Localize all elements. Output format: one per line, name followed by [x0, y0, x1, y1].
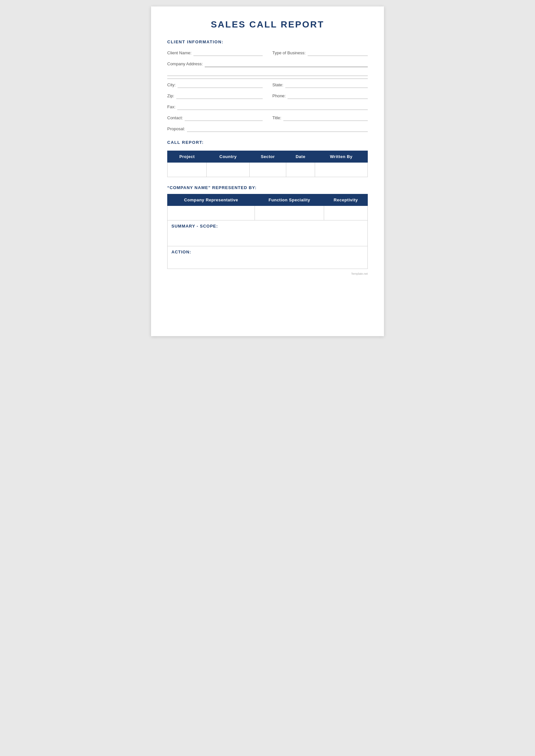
title-label: Title: [272, 115, 281, 121]
phone-label: Phone: [272, 94, 286, 99]
proposal-field: Proposal: [167, 126, 368, 132]
city-state-row: City: State: [167, 82, 368, 88]
call-table-cell-sector[interactable] [249, 163, 286, 177]
title-input[interactable] [283, 115, 368, 121]
fax-row: Fax: [167, 104, 368, 110]
proposal-label: Proposal: [167, 126, 185, 132]
proposal-input[interactable] [187, 126, 368, 132]
rep-table-header-company-rep: Company Representative [168, 194, 255, 206]
company-address-line1 [205, 61, 368, 67]
fax-input[interactable] [177, 104, 368, 110]
type-of-business-label: Type of Business: [272, 50, 306, 56]
client-name-label: Client Name: [167, 50, 191, 56]
zip-input[interactable] [176, 93, 263, 99]
call-table-cell-project[interactable] [168, 163, 207, 177]
call-table-header-project: Project [168, 151, 207, 163]
summary-scope-label: SUMMARY - SCOPE: [171, 224, 364, 229]
contact-input[interactable] [185, 115, 263, 121]
call-table-header-date: Date [286, 151, 315, 163]
call-table-cell-written-by[interactable] [315, 163, 367, 177]
call-table-header-written-by: Written By [315, 151, 367, 163]
rep-table-header-function-speciality: Function Speciality [255, 194, 324, 206]
contact-field: Contact: [167, 115, 263, 121]
address-divider [167, 79, 368, 79]
rep-table-header-row: Company Representative Function Speciali… [168, 194, 368, 206]
company-address-label: Company Address: [167, 62, 203, 67]
call-table-row [168, 163, 368, 177]
phone-input[interactable] [288, 93, 368, 99]
client-name-row: Client Name: Type of Business: [167, 50, 368, 56]
zip-label: Zip: [167, 94, 174, 99]
action-label: ACTION: [171, 250, 364, 255]
title-field: Title: [272, 115, 368, 121]
company-address-input1[interactable] [205, 62, 368, 67]
client-information-heading: CLIENT INFORMATION: [167, 40, 368, 44]
call-table-header-sector: Sector [249, 151, 286, 163]
rep-table-cell-function-speciality[interactable] [255, 206, 324, 220]
phone-field: Phone: [272, 93, 368, 99]
state-input[interactable] [285, 82, 368, 88]
page: SALES CALL REPORT CLIENT INFORMATION: Cl… [151, 7, 384, 336]
zip-phone-row: Zip: Phone: [167, 93, 368, 99]
call-report-section: CALL REPORT: Project Country Sector Date… [167, 140, 368, 177]
action-section: ACTION: [167, 246, 368, 269]
fax-label: Fax: [167, 104, 175, 110]
client-information-section: CLIENT INFORMATION: Client Name: Type of… [167, 40, 368, 132]
call-report-heading: CALL REPORT: [167, 140, 368, 145]
fax-field: Fax: [167, 104, 368, 110]
call-table-header-row: Project Country Sector Date Written By [168, 151, 368, 163]
contact-title-row: Contact: Title: [167, 115, 368, 121]
city-input[interactable] [178, 82, 263, 88]
rep-table-header-receptivity: Receptivity [324, 194, 368, 206]
summary-scope-section: SUMMARY - SCOPE: [167, 220, 368, 246]
type-of-business-field: Type of Business: [272, 50, 368, 56]
proposal-row: Proposal: [167, 126, 368, 132]
company-address-line2 [167, 70, 368, 76]
client-name-input[interactable] [193, 50, 263, 56]
call-table-cell-date[interactable] [286, 163, 315, 177]
state-field: State: [272, 82, 368, 88]
call-table-cell-country[interactable] [207, 163, 249, 177]
rep-table-cell-receptivity[interactable] [324, 206, 368, 220]
watermark: Template.net [167, 272, 368, 275]
city-label: City: [167, 82, 176, 88]
rep-table: Company Representative Function Speciali… [167, 194, 368, 220]
rep-table-cell-company-rep[interactable] [168, 206, 255, 220]
call-table-header-country: Country [207, 151, 249, 163]
city-field: City: [167, 82, 263, 88]
client-name-field: Client Name: [167, 50, 263, 56]
contact-label: Contact: [167, 115, 183, 121]
main-title: SALES CALL REPORT [167, 19, 368, 30]
state-label: State: [272, 82, 283, 88]
call-report-table: Project Country Sector Date Written By [167, 150, 368, 177]
company-address-block: Company Address: [167, 61, 368, 79]
company-address-row: Company Address: [167, 61, 368, 67]
company-represented-section: “COMPANY NAME” REPRESENTED BY: Company R… [167, 185, 368, 269]
company-represented-heading: “COMPANY NAME” REPRESENTED BY: [167, 185, 368, 190]
rep-table-row [168, 206, 368, 220]
type-of-business-input[interactable] [308, 50, 368, 56]
zip-field: Zip: [167, 93, 263, 99]
